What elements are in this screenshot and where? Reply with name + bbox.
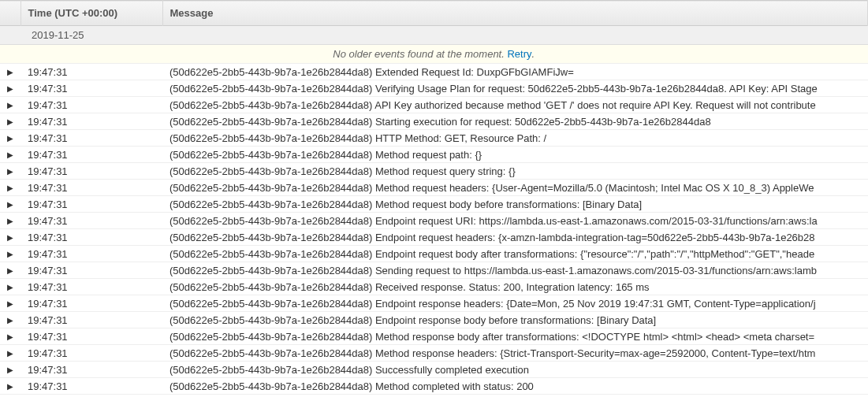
log-message: (50d622e5-2bb5-443b-9b7a-1e26b2844da8) M… — [162, 378, 868, 395]
expand-row-icon[interactable]: ▶ — [0, 328, 20, 345]
expand-row-icon[interactable]: ▶ — [0, 312, 20, 328]
expand-row-icon[interactable]: ▶ — [0, 345, 20, 362]
log-time: 19:47:31 — [20, 312, 162, 328]
expand-row-icon[interactable]: ▶ — [0, 64, 20, 80]
log-message: (50d622e5-2bb5-443b-9b7a-1e26b2844da8) A… — [162, 395, 868, 398]
expand-row-icon[interactable]: ▶ — [0, 163, 20, 180]
log-row[interactable]: ▶19:47:31(50d622e5-2bb5-443b-9b7a-1e26b2… — [0, 80, 868, 97]
log-message: (50d622e5-2bb5-443b-9b7a-1e26b2844da8) M… — [162, 163, 868, 180]
expand-all-header — [0, 1, 20, 26]
expand-row-icon[interactable]: ▶ — [0, 180, 20, 196]
expand-row-icon[interactable]: ▶ — [0, 229, 20, 246]
log-message: (50d622e5-2bb5-443b-9b7a-1e26b2844da8) E… — [162, 312, 868, 328]
log-row[interactable]: ▶19:47:31(50d622e5-2bb5-443b-9b7a-1e26b2… — [0, 147, 868, 163]
log-message: (50d622e5-2bb5-443b-9b7a-1e26b2844da8) E… — [162, 213, 868, 229]
log-time: 19:47:31 — [20, 328, 162, 345]
log-message: (50d622e5-2bb5-443b-9b7a-1e26b2844da8) M… — [162, 196, 868, 213]
log-time: 19:47:31 — [20, 262, 162, 279]
expand-row-icon[interactable]: ▶ — [0, 196, 20, 213]
log-time: 19:47:31 — [20, 378, 162, 395]
log-row[interactable]: ▶19:47:31(50d622e5-2bb5-443b-9b7a-1e26b2… — [0, 312, 868, 328]
log-time: 19:47:31 — [20, 97, 162, 113]
message-column-header[interactable]: Message — [162, 1, 868, 26]
log-message: (50d622e5-2bb5-443b-9b7a-1e26b2844da8) E… — [162, 229, 868, 246]
log-time: 19:47:31 — [20, 80, 162, 97]
log-row[interactable]: ▶19:47:31(50d622e5-2bb5-443b-9b7a-1e26b2… — [0, 395, 868, 398]
log-message: (50d622e5-2bb5-443b-9b7a-1e26b2844da8) E… — [162, 295, 868, 312]
log-row[interactable]: ▶19:47:31(50d622e5-2bb5-443b-9b7a-1e26b2… — [0, 163, 868, 180]
log-row[interactable]: ▶19:47:31(50d622e5-2bb5-443b-9b7a-1e26b2… — [0, 345, 868, 362]
log-message: (50d622e5-2bb5-443b-9b7a-1e26b2844da8) S… — [162, 362, 868, 378]
expand-row-icon[interactable]: ▶ — [0, 80, 20, 97]
expand-row-icon[interactable]: ▶ — [0, 113, 20, 130]
log-message: (50d622e5-2bb5-443b-9b7a-1e26b2844da8) M… — [162, 180, 868, 196]
log-time: 19:47:31 — [20, 163, 162, 180]
log-time: 19:47:31 — [20, 113, 162, 130]
expand-row-icon[interactable]: ▶ — [0, 362, 20, 378]
log-time: 19:47:31 — [20, 295, 162, 312]
expand-row-icon[interactable]: ▶ — [0, 262, 20, 279]
log-time: 19:47:31 — [20, 180, 162, 196]
expand-row-icon[interactable]: ▶ — [0, 213, 20, 229]
log-message: (50d622e5-2bb5-443b-9b7a-1e26b2844da8) M… — [162, 147, 868, 163]
time-column-header[interactable]: Time (UTC +00:00) — [20, 1, 162, 26]
log-row[interactable]: ▶19:47:31(50d622e5-2bb5-443b-9b7a-1e26b2… — [0, 279, 868, 295]
log-message: (50d622e5-2bb5-443b-9b7a-1e26b2844da8) S… — [162, 262, 868, 279]
log-time: 19:47:31 — [20, 229, 162, 246]
log-time: 19:47:31 — [20, 395, 162, 398]
log-row[interactable]: ▶19:47:31(50d622e5-2bb5-443b-9b7a-1e26b2… — [0, 64, 868, 80]
log-message: (50d622e5-2bb5-443b-9b7a-1e26b2844da8) A… — [162, 97, 868, 113]
date-separator-label: 2019-11-25 — [0, 26, 868, 45]
log-time: 19:47:31 — [20, 246, 162, 262]
log-message: (50d622e5-2bb5-443b-9b7a-1e26b2844da8) S… — [162, 113, 868, 130]
log-message: (50d622e5-2bb5-443b-9b7a-1e26b2844da8) E… — [162, 64, 868, 80]
log-time: 19:47:31 — [20, 213, 162, 229]
log-row[interactable]: ▶19:47:31(50d622e5-2bb5-443b-9b7a-1e26b2… — [0, 130, 868, 147]
no-older-events-text: No older events found at the moment. — [333, 48, 505, 60]
log-row[interactable]: ▶19:47:31(50d622e5-2bb5-443b-9b7a-1e26b2… — [0, 97, 868, 113]
log-time: 19:47:31 — [20, 130, 162, 147]
expand-row-icon[interactable]: ▶ — [0, 279, 20, 295]
expand-row-icon[interactable]: ▶ — [0, 130, 20, 147]
retry-link[interactable]: Retry — [507, 48, 531, 60]
log-row[interactable]: ▶19:47:31(50d622e5-2bb5-443b-9b7a-1e26b2… — [0, 378, 868, 395]
log-events-table: Time (UTC +00:00) Message 2019-11-25 No … — [0, 0, 868, 397]
expand-row-icon[interactable]: ▶ — [0, 147, 20, 163]
no-older-events-row: No older events found at the moment. Ret… — [0, 45, 868, 64]
log-row[interactable]: ▶19:47:31(50d622e5-2bb5-443b-9b7a-1e26b2… — [0, 180, 868, 196]
log-time: 19:47:31 — [20, 196, 162, 213]
log-time: 19:47:31 — [20, 147, 162, 163]
date-separator-row: 2019-11-25 — [0, 26, 868, 45]
log-time: 19:47:31 — [20, 279, 162, 295]
expand-row-icon[interactable]: ▶ — [0, 378, 20, 395]
log-message: (50d622e5-2bb5-443b-9b7a-1e26b2844da8) R… — [162, 279, 868, 295]
log-row[interactable]: ▶19:47:31(50d622e5-2bb5-443b-9b7a-1e26b2… — [0, 113, 868, 130]
expand-row-icon[interactable]: ▶ — [0, 295, 20, 312]
log-time: 19:47:31 — [20, 345, 162, 362]
log-message: (50d622e5-2bb5-443b-9b7a-1e26b2844da8) V… — [162, 80, 868, 97]
log-time: 19:47:31 — [20, 64, 162, 80]
expand-row-icon[interactable]: ▶ — [0, 395, 20, 398]
log-row[interactable]: ▶19:47:31(50d622e5-2bb5-443b-9b7a-1e26b2… — [0, 295, 868, 312]
log-row[interactable]: ▶19:47:31(50d622e5-2bb5-443b-9b7a-1e26b2… — [0, 213, 868, 229]
log-row[interactable]: ▶19:47:31(50d622e5-2bb5-443b-9b7a-1e26b2… — [0, 328, 868, 345]
log-row[interactable]: ▶19:47:31(50d622e5-2bb5-443b-9b7a-1e26b2… — [0, 362, 868, 378]
log-row[interactable]: ▶19:47:31(50d622e5-2bb5-443b-9b7a-1e26b2… — [0, 229, 868, 246]
log-row[interactable]: ▶19:47:31(50d622e5-2bb5-443b-9b7a-1e26b2… — [0, 246, 868, 262]
log-row[interactable]: ▶19:47:31(50d622e5-2bb5-443b-9b7a-1e26b2… — [0, 196, 868, 213]
log-message: (50d622e5-2bb5-443b-9b7a-1e26b2844da8) M… — [162, 345, 868, 362]
log-message: (50d622e5-2bb5-443b-9b7a-1e26b2844da8) H… — [162, 130, 868, 147]
expand-row-icon[interactable]: ▶ — [0, 97, 20, 113]
log-message: (50d622e5-2bb5-443b-9b7a-1e26b2844da8) M… — [162, 328, 868, 345]
expand-row-icon[interactable]: ▶ — [0, 246, 20, 262]
log-message: (50d622e5-2bb5-443b-9b7a-1e26b2844da8) E… — [162, 246, 868, 262]
table-header-row: Time (UTC +00:00) Message — [0, 1, 868, 26]
log-time: 19:47:31 — [20, 362, 162, 378]
log-row[interactable]: ▶19:47:31(50d622e5-2bb5-443b-9b7a-1e26b2… — [0, 262, 868, 279]
